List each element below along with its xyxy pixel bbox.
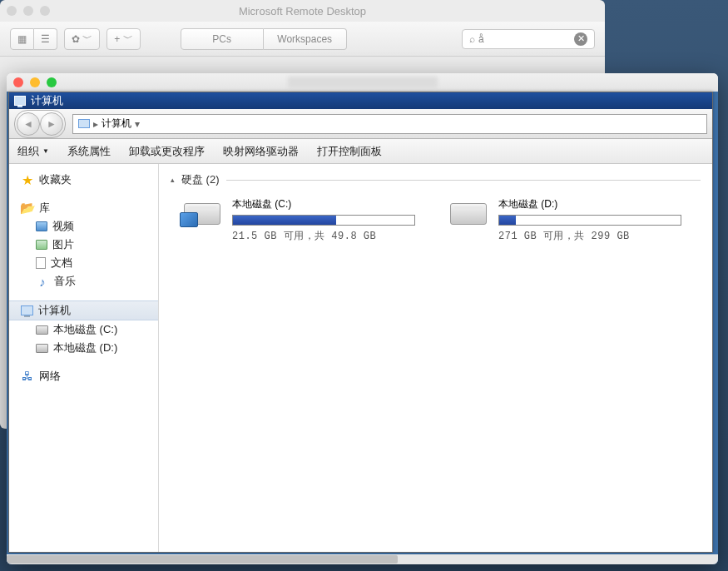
close-icon: ✕ xyxy=(577,33,585,44)
sidebar-library[interactable]: 📂 库 xyxy=(9,199,158,217)
sidebar-favorites[interactable]: ★ 收藏夹 xyxy=(9,171,158,189)
rdp-traffic-lights[interactable] xyxy=(13,77,57,87)
pictures-icon xyxy=(36,240,47,250)
address-bar[interactable]: ▸ 计算机 ▾ xyxy=(72,114,707,134)
nav-buttons: ◄ ► xyxy=(14,110,66,138)
sidebar-item-label: 文档 xyxy=(51,256,72,271)
grid-icon: ▦ xyxy=(17,33,27,45)
view-mode-segment[interactable]: ▦ ☰ xyxy=(10,28,57,50)
breadcrumb[interactable]: 计算机 xyxy=(102,117,131,131)
sidebar-item-label: 音乐 xyxy=(54,274,76,289)
drives-list: 本地磁盘 (C:) 21.5 GB 可用，共 49.8 GB xyxy=(171,192,701,243)
rdp-session-window: 计算机 ◄ ► ▸ 计算机 ▾ xyxy=(7,73,718,564)
chevron-down-icon[interactable]: ▾ xyxy=(135,118,140,130)
rdp-min-button[interactable] xyxy=(30,77,40,87)
list-view-button[interactable]: ☰ xyxy=(34,28,57,50)
explorer-titlebar[interactable]: 计算机 xyxy=(9,92,712,109)
drive-free-text: 271 GB 可用，共 299 GB xyxy=(498,229,695,243)
sidebar-disk-c[interactable]: 本地磁盘 (C:) xyxy=(9,320,158,339)
horizontal-scrollbar[interactable] xyxy=(7,554,718,564)
disk-icon xyxy=(36,325,48,335)
address-bar-row: ◄ ► ▸ 计算机 ▾ xyxy=(9,109,712,139)
sidebar-item-label: 计算机 xyxy=(38,303,71,318)
settings-dropdown[interactable]: ✿ ﹀ xyxy=(64,28,100,50)
computer-icon xyxy=(21,305,33,315)
rdp-titlebar xyxy=(7,73,718,92)
mac-window-title: Microsoft Remote Desktop xyxy=(0,5,605,17)
drive-icon xyxy=(182,197,222,231)
network-icon: 🖧 xyxy=(21,370,34,383)
drive-c[interactable]: 本地磁盘 (C:) 21.5 GB 可用，共 49.8 GB xyxy=(182,197,428,243)
sidebar-disk-d[interactable]: 本地磁盘 (D:) xyxy=(9,339,158,357)
sidebar-documents[interactable]: 文档 xyxy=(9,254,158,272)
drive-d[interactable]: 本地磁盘 (D:) 271 GB 可用，共 299 GB xyxy=(448,197,695,243)
capacity-fill xyxy=(233,216,336,225)
explorer-body: ★ 收藏夹 📂 库 视频 xyxy=(9,164,712,552)
sidebar-item-label: 本地磁盘 (C:) xyxy=(53,322,117,337)
sidebar-item-label: 视频 xyxy=(52,219,74,234)
sidebar-item-label: 收藏夹 xyxy=(39,172,72,187)
grid-view-button[interactable]: ▦ xyxy=(10,28,34,50)
breadcrumb-separator: ▸ xyxy=(93,118,98,130)
drive-name: 本地磁盘 (D:) xyxy=(498,197,695,211)
clear-search-button[interactable]: ✕ xyxy=(574,32,587,46)
command-bar: 组织 ▼ 系统属性 卸载或更改程序 映射网络驱动器 打开控制面板 xyxy=(9,139,712,164)
computer-icon xyxy=(14,96,26,106)
drive-free-text: 21.5 GB 可用，共 49.8 GB xyxy=(232,229,428,243)
search-input[interactable]: ⌕ å ✕ xyxy=(462,29,595,49)
library-icon: 📂 xyxy=(21,201,34,215)
sidebar-pictures[interactable]: 图片 xyxy=(9,236,158,254)
remote-desktop-area: 计算机 ◄ ► ▸ 计算机 ▾ xyxy=(7,92,718,564)
sidebar-item-label: 库 xyxy=(39,201,50,216)
back-button[interactable]: ◄ xyxy=(17,112,40,136)
chevron-down-icon: ﹀ xyxy=(82,32,92,46)
arrow-right-icon: ► xyxy=(47,118,57,130)
arrow-left-icon: ◄ xyxy=(23,118,33,130)
document-icon xyxy=(36,257,46,269)
forward-button[interactable]: ► xyxy=(40,112,63,136)
mac-titlebar: Microsoft Remote Desktop xyxy=(0,0,605,22)
sidebar-item-label: 图片 xyxy=(52,237,74,252)
section-title: 硬盘 (2) xyxy=(181,172,220,187)
capacity-fill xyxy=(499,216,516,225)
drive-name: 本地磁盘 (C:) xyxy=(232,197,428,211)
sidebar-music[interactable]: ♪ 音乐 xyxy=(9,272,158,290)
video-icon xyxy=(36,221,47,231)
rdp-zoom-button[interactable] xyxy=(47,77,57,87)
sidebar-item-label: 网络 xyxy=(39,369,61,384)
explorer-title-text: 计算机 xyxy=(31,93,63,108)
sidebar-network[interactable]: 🖧 网络 xyxy=(9,367,158,385)
cmd-uninstall[interactable]: 卸载或更改程序 xyxy=(129,144,205,159)
explorer-main: ▴ 硬盘 (2) 本地磁盘 (C:) xyxy=(159,164,712,552)
cmd-organize-label: 组织 xyxy=(17,144,39,159)
tab-pcs[interactable]: PCs xyxy=(181,28,264,50)
section-header-hdd[interactable]: ▴ 硬盘 (2) xyxy=(171,172,701,187)
list-icon: ☰ xyxy=(41,33,50,45)
computer-icon xyxy=(78,119,90,128)
star-icon: ★ xyxy=(21,173,34,186)
disk-icon xyxy=(36,344,48,353)
search-text: å xyxy=(478,33,484,45)
plus-icon: + xyxy=(114,33,120,45)
rdp-title-redacted xyxy=(288,77,438,88)
cmd-organize[interactable]: 组织 ▼ xyxy=(17,144,49,159)
music-icon: ♪ xyxy=(36,275,49,288)
cmd-control-panel[interactable]: 打开控制面板 xyxy=(317,144,382,159)
capacity-bar xyxy=(498,215,681,226)
collapse-icon[interactable]: ▴ xyxy=(171,176,175,184)
gear-icon: ✿ xyxy=(72,33,80,45)
cmd-system-properties[interactable]: 系统属性 xyxy=(67,144,111,159)
add-dropdown[interactable]: + ﹀ xyxy=(106,28,140,50)
cmd-map-drive[interactable]: 映射网络驱动器 xyxy=(223,144,299,159)
rdp-close-button[interactable] xyxy=(13,77,23,87)
sidebar-computer[interactable]: 计算机 xyxy=(9,300,158,320)
sidebar-video[interactable]: 视频 xyxy=(9,217,158,236)
main-tabs: PCs Workspaces xyxy=(181,28,347,50)
mac-toolbar: ▦ ☰ ✿ ﹀ + ﹀ PCs Workspaces ⌕ å ✕ xyxy=(0,22,605,57)
drive-icon xyxy=(448,197,488,231)
tab-workspaces[interactable]: Workspaces xyxy=(264,28,347,50)
chevron-down-icon: ﹀ xyxy=(123,32,133,46)
scrollbar-thumb[interactable] xyxy=(7,555,398,564)
explorer-sidebar: ★ 收藏夹 📂 库 视频 xyxy=(9,164,159,552)
sidebar-item-label: 本地磁盘 (D:) xyxy=(53,340,117,355)
